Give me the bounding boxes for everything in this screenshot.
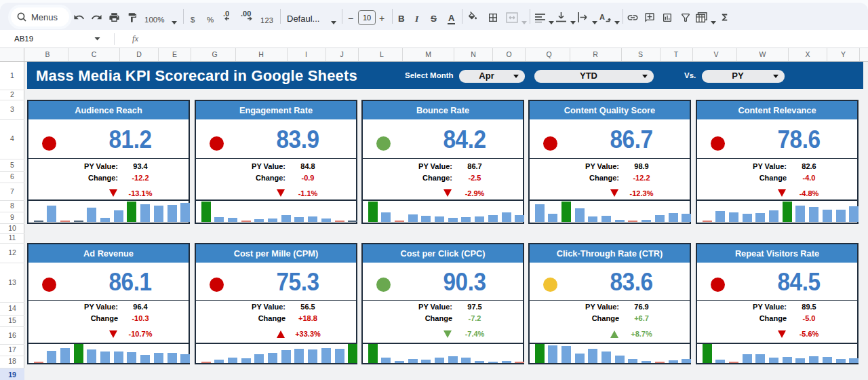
- svg-text:A: A: [599, 13, 605, 21]
- svg-text:.0: .0: [223, 10, 229, 18]
- svg-text:.00: .00: [241, 10, 251, 18]
